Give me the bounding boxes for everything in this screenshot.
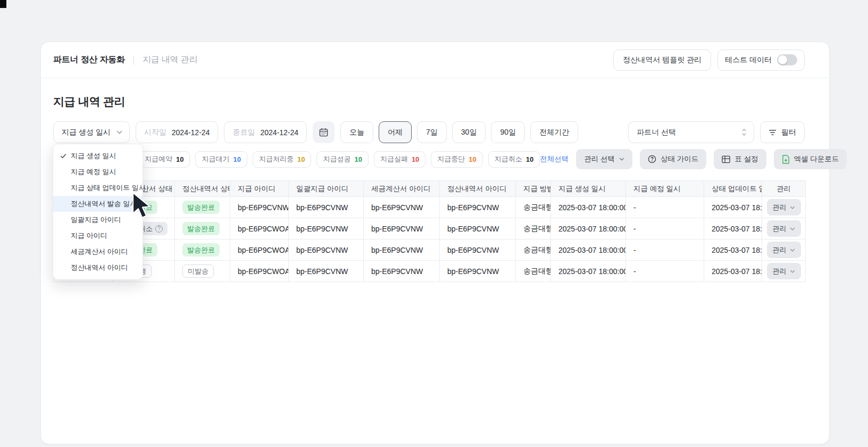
column-header: 지급 아이디	[230, 181, 289, 197]
manage-select-button[interactable]: 관리 선택	[576, 149, 632, 169]
cell-text: bp-E6P9CWOA	[238, 246, 289, 254]
table-row: 발행완료발송완료bp-E6P9CVNWbp-E6P9CVNWbp-E6P9CVN…	[54, 197, 806, 218]
select-all-link[interactable]: 전체선택	[540, 154, 569, 164]
table-cell: 2025-03-07 18:00:00	[704, 239, 762, 261]
quick-range-button[interactable]: 90일	[491, 121, 525, 143]
date-type-select[interactable]: 지급 생성 일시	[53, 121, 130, 143]
row-manage-button[interactable]: 관리	[767, 199, 801, 216]
breadcrumb: 지급 내역 관리	[143, 54, 197, 65]
cell-text: bp-E6P9CVNW	[447, 267, 499, 276]
row-manage-button[interactable]: 관리	[767, 242, 801, 258]
start-date-input[interactable]: 시작일 2024-12-24	[136, 121, 219, 143]
app-window: 파트너 정산 자동화 지급 내역 관리 정산내역서 템플릿 관리 테스트 데이터…	[40, 42, 830, 444]
table-settings-button[interactable]: 표 설정	[714, 149, 766, 169]
chevron-down-icon	[790, 206, 795, 209]
cell-text: 2025-03-07 18:00:00	[558, 203, 626, 212]
dropdown-menu-item[interactable]: 지급 아이디	[53, 228, 143, 244]
test-data-toggle[interactable]	[777, 54, 797, 65]
chip-label: 지급처리중	[259, 154, 294, 164]
quick-range-button[interactable]: 전체기간	[530, 121, 578, 143]
status-chip[interactable]: 지급중단10	[431, 151, 482, 168]
status-chip[interactable]: 지급성공10	[316, 151, 368, 168]
quick-range-button[interactable]: 30일	[452, 121, 486, 143]
row-manage-button[interactable]: 관리	[767, 220, 801, 237]
table-cell: bp-E6P9CVNW	[289, 218, 364, 239]
table-cell: 발송완료	[175, 218, 230, 239]
table-row: 발행취소?발송완료bp-E6P9CWOAbp-E6P9CVNWbp-E6P9CV…	[54, 218, 806, 239]
chip-count: 10	[354, 155, 362, 163]
excel-download-icon	[782, 155, 790, 164]
screen: 파트너 정산 자동화 지급 내역 관리 정산내역서 템플릿 관리 테스트 데이터…	[0, 0, 868, 447]
excel-download-button[interactable]: 엑셀 다운로드	[774, 149, 847, 169]
row-manage-button[interactable]: 관리	[767, 263, 801, 279]
dropdown-menu-item[interactable]: 지급 예정 일시	[53, 164, 143, 180]
quick-range-button[interactable]: 어제	[379, 121, 412, 143]
cell-text: bp-E6P9CVNW	[447, 225, 499, 233]
quick-range-button[interactable]: 오늘	[340, 121, 373, 143]
table-cell: 2025-03-07 18:00:00	[551, 197, 626, 218]
toggle-knob	[778, 55, 787, 64]
excel-download-label: 엑셀 다운로드	[794, 154, 839, 164]
table-cell: 송금대행	[516, 239, 551, 261]
menu-item-label: 지급 아이디	[71, 231, 107, 241]
dropdown-menu-item[interactable]: 정산내역서 아이디	[53, 260, 143, 276]
check-icon	[60, 152, 67, 161]
cell-text: bp-E6P9CVNW	[296, 225, 348, 233]
filter-button[interactable]: 필터	[760, 121, 805, 143]
partner-select[interactable]: 파트너 선택	[628, 121, 754, 143]
chevron-down-icon	[116, 130, 122, 134]
column-header: 세금계산서 아이디	[364, 181, 440, 197]
cell-text: bp-E6P9CVNW	[371, 267, 423, 276]
dropdown-menu-item[interactable]: 지급 생성 일시	[53, 148, 143, 164]
content-area: 지급 내역 관리 지급 생성 일시 시작일 2024-12-24 종료일 202…	[41, 78, 829, 282]
table-cell: 관리	[762, 261, 806, 282]
table-cell: 관리	[762, 197, 806, 218]
statement-template-button[interactable]: 정산내역서 템플릿 관리	[613, 49, 711, 71]
dropdown-menu-item[interactable]: 지급 상태 업데이트 일시	[53, 180, 143, 196]
cell-text: -	[633, 246, 636, 254]
table-cell: bp-E6P9CVNW	[440, 239, 516, 261]
cell-text: bp-E6P9CVNW	[296, 267, 348, 276]
cell-text: bp-E6P9CVNW	[371, 246, 423, 254]
row-manage-label: 관리	[773, 267, 787, 276]
cell-text: bp-E6P9CVNW	[238, 203, 289, 212]
dropdown-menu-item[interactable]: 정산내역서 발송 일시	[53, 196, 143, 212]
status-chip[interactable]: 지급예약10	[138, 151, 190, 168]
dropdown-menu-item[interactable]: 일괄지급 아이디	[53, 212, 143, 228]
chip-label: 지급취소	[495, 154, 522, 164]
status-chip[interactable]: 지급취소10	[488, 151, 540, 168]
column-header: 정산내역서 상태	[175, 181, 230, 197]
column-header: 관리	[762, 181, 806, 197]
row-manage-label: 관리	[773, 245, 787, 255]
calendar-button[interactable]	[313, 121, 335, 143]
calendar-icon	[319, 128, 328, 137]
table-cell: 2025-03-07 18:00:00	[704, 197, 762, 218]
chip-count: 10	[469, 155, 476, 163]
cell-text: bp-E6P9CVNW	[371, 225, 423, 233]
chip-label: 지급대기	[202, 154, 229, 164]
end-date-input[interactable]: 종료일 2024-12-24	[224, 121, 307, 143]
menu-item-label: 지급 예정 일시	[71, 167, 116, 177]
test-data-control: 테스트 데이터	[717, 49, 805, 71]
cell-text: 송금대행	[523, 224, 551, 233]
table-actions: 전체선택 관리 선택 상태 가이드	[540, 149, 847, 169]
help-icon[interactable]: ?	[155, 225, 163, 233]
quick-range-button[interactable]: 7일	[417, 121, 447, 143]
cell-text: 2025-03-07 18:00:00	[712, 246, 762, 254]
status-guide-button[interactable]: 상태 가이드	[640, 149, 706, 169]
status-chip[interactable]: 지급대기10	[195, 151, 247, 168]
end-date-value: 2024-12-24	[260, 128, 298, 137]
cell-text: 송금대행	[523, 245, 551, 254]
cell-text: 송금대행	[523, 267, 551, 275]
status-chip[interactable]: 지급처리중10	[253, 151, 311, 168]
column-header: 지급 생성 일시	[551, 181, 626, 197]
menu-item-label: 일괄지급 아이디	[71, 215, 121, 225]
chip-count: 10	[526, 155, 533, 163]
status-chip[interactable]: 지급실패10	[374, 151, 425, 168]
chip-count: 10	[412, 155, 419, 163]
cell-text: 2025-03-07 18:00:00	[712, 225, 762, 233]
table-cell: 2025-03-07 18:00:00	[704, 218, 762, 239]
cell-text: bp-E6P9CWOA	[238, 267, 289, 276]
table-header-row: 세금계산서 상태정산내역서 상태지급 아이디일괄지급 아이디세금계산서 아이디정…	[54, 181, 806, 197]
dropdown-menu-item[interactable]: 세금계산서 아이디	[53, 244, 143, 260]
